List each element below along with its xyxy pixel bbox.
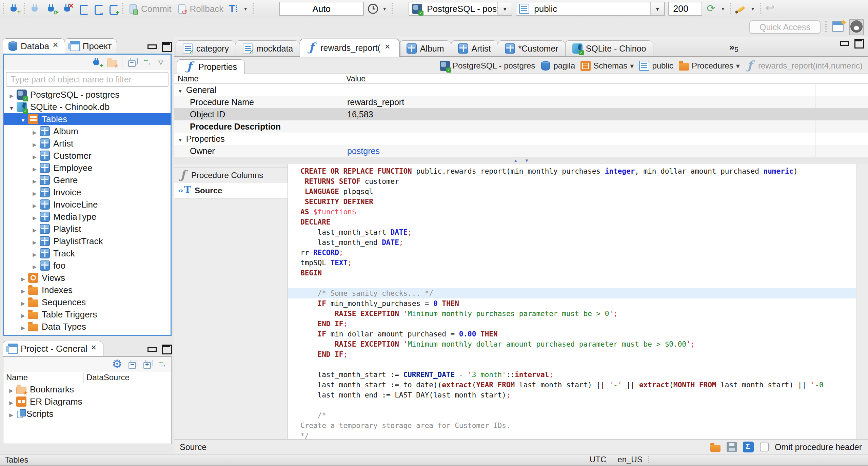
transaction-log-button[interactable] [228, 3, 249, 15]
editor-tab-category[interactable]: category [176, 40, 236, 56]
tree-item-invoice[interactable]: Invoice [4, 186, 171, 198]
code-line[interactable]: AS $function$ [300, 207, 856, 217]
editor-tab-artist[interactable]: Artist [451, 40, 498, 56]
toolbar-drag-handle[interactable] [825, 21, 827, 33]
timezone-label[interactable]: UTC [590, 455, 606, 464]
toolbar-drag-handle[interactable] [253, 3, 254, 15]
chevron-collapsed-icon[interactable] [18, 273, 28, 283]
code-line[interactable]: RAISE EXCEPTION 'Minimum monthly dollar … [300, 339, 856, 349]
code-line[interactable]: IF min_dollar_amount_purchased = 0.00 TH… [300, 329, 856, 339]
grid-column-name[interactable]: Name [174, 74, 343, 83]
highlight-button[interactable] [735, 3, 756, 15]
expand-all-icon[interactable] [142, 359, 153, 369]
editor-tab-mockdata[interactable]: mockdata [236, 40, 300, 56]
dbeaver-perspective-button[interactable] [849, 19, 864, 35]
recent-sql-editor-button[interactable] [92, 3, 104, 15]
toolbar-drag-handle[interactable] [24, 3, 25, 15]
tree-item-customer[interactable]: Customer [4, 150, 171, 162]
chevron-collapsed-icon[interactable] [29, 187, 40, 198]
code-line[interactable]: BEGIN [300, 268, 856, 278]
disconnect-button[interactable] [61, 3, 74, 15]
scrollbar-gutter[interactable] [856, 164, 868, 439]
load-from-file-icon[interactable] [710, 445, 721, 452]
collapse-all-icon[interactable] [127, 359, 138, 369]
code-line[interactable]: SECURITY DEFINER [300, 197, 856, 207]
project-item-scripts[interactable]: Scripts [3, 408, 171, 420]
chevron-collapsed-icon[interactable] [6, 384, 16, 395]
open-perspective-button[interactable] [831, 20, 844, 34]
chevron-collapsed-icon[interactable] [29, 199, 40, 210]
new-connection-icon[interactable] [91, 57, 102, 67]
code-line[interactable]: RETURNS SETOF customer [300, 176, 856, 187]
close-icon[interactable] [90, 344, 98, 354]
chevron-collapsed-icon[interactable] [18, 309, 28, 320]
tree-item-playlisttrack[interactable]: PlaylistTrack [4, 235, 171, 247]
tree-item-mediatype[interactable]: MediaType [4, 211, 171, 223]
new-folder-icon[interactable] [107, 60, 117, 67]
code-line[interactable]: LANGUAGE plpgsql [300, 187, 856, 197]
editor-tab-sqlite-chinoo[interactable]: SQLite - Chinoo [565, 40, 653, 56]
code-line[interactable]: rr RECORD; [300, 248, 856, 258]
source-code-viewer[interactable]: CREATE OR REPLACE FUNCTION public.reward… [288, 164, 856, 439]
chevron-collapsed-icon[interactable] [29, 260, 40, 271]
code-line[interactable]: Create a temporary storage area for Cust… [300, 421, 856, 431]
editor-tab-rewards-report[interactable]: rewards_report( [300, 39, 399, 57]
code-line[interactable]: END IF; [300, 349, 856, 360]
toolbar-drag-handle[interactable] [760, 3, 761, 15]
toolbar-drag-handle[interactable] [730, 3, 731, 15]
minimize-icon[interactable] [839, 38, 848, 47]
code-line[interactable]: CREATE OR REPLACE FUNCTION public.reward… [300, 166, 856, 176]
tree-item-sqlite-chinook-db[interactable]: SQLite - Chinook.db [4, 101, 171, 113]
tree-item-table-triggers[interactable]: Table Triggers [4, 308, 171, 321]
chevron-collapsed-icon[interactable] [29, 163, 40, 173]
toolbar-drag-handle[interactable] [122, 3, 123, 15]
chevron-collapsed-icon[interactable] [18, 322, 28, 332]
tree-item-tables[interactable]: Tables [4, 113, 171, 125]
tree-item-views[interactable]: Views [4, 272, 171, 284]
tree-item-foo[interactable]: foo [4, 259, 171, 272]
chevron-expanded-icon[interactable] [18, 114, 28, 124]
maximize-icon[interactable] [161, 344, 171, 353]
schema-select[interactable]: public [516, 2, 665, 16]
object-filter-input[interactable] [6, 72, 169, 87]
code-line[interactable]: last_month_end := LAST_DAY(last_month_st… [300, 390, 856, 400]
fetch-size-input[interactable] [668, 2, 702, 16]
subtab-source[interactable]: Source [174, 183, 288, 198]
maximize-icon[interactable] [854, 38, 863, 47]
chevron-expanded-icon[interactable] [178, 134, 183, 144]
code-line[interactable]: END IF; [300, 319, 856, 329]
code-line[interactable]: RAISE EXCEPTION 'Minimum monthly purchas… [300, 309, 856, 319]
editor-tab-album[interactable]: Album [399, 40, 451, 56]
tab-overflow-button[interactable]: 5 [729, 42, 738, 54]
chevron-down-icon[interactable] [650, 2, 664, 15]
breadcrumb-item-postgresql-postgres[interactable]: PostgreSQL - postgres [440, 61, 535, 71]
locale-label[interactable]: en_US [617, 455, 642, 464]
chevron-collapsed-icon[interactable] [18, 297, 28, 308]
commit-button[interactable]: Commit [127, 3, 172, 15]
code-line[interactable] [300, 278, 856, 288]
chevron-down-icon[interactable] [630, 61, 634, 71]
chevron-collapsed-icon[interactable] [29, 138, 40, 149]
code-line[interactable]: DECLARE [300, 217, 856, 227]
minimize-icon[interactable] [146, 344, 156, 353]
collapse-all-icon[interactable] [127, 57, 137, 67]
minimize-icon[interactable] [146, 41, 156, 51]
code-line[interactable]: /* Some sanity checks... */ [288, 288, 856, 298]
chevron-down-icon[interactable] [750, 6, 756, 12]
owner-link[interactable]: postgres [347, 146, 380, 156]
tab-project-explorer[interactable]: Проект [65, 38, 117, 54]
splitter-sash[interactable] [174, 157, 868, 164]
new-connection-button[interactable] [7, 3, 20, 15]
transaction-mode-select[interactable]: Auto [279, 2, 364, 16]
tree-item-track[interactable]: Track [4, 247, 171, 259]
property-row-object-id[interactable]: Object ID16,583 [174, 108, 868, 120]
rollback-button[interactable]: Rollback [176, 3, 224, 15]
link-with-editor-icon[interactable] [142, 57, 152, 67]
tree-item-playlist[interactable]: Playlist [4, 223, 171, 235]
chevron-collapsed-icon[interactable] [29, 151, 40, 161]
breadcrumb-item-rewards-report-int4-numeric[interactable]: rewards_report(int4,numeric) [745, 61, 863, 71]
project-item-bookmarks[interactable]: Bookmarks [3, 383, 171, 395]
chevron-collapsed-icon[interactable] [29, 224, 40, 234]
code-line[interactable]: last_month_start := to_date((extract(YEA… [300, 380, 856, 390]
tab-database-navigator[interactable]: Databa [3, 38, 65, 54]
